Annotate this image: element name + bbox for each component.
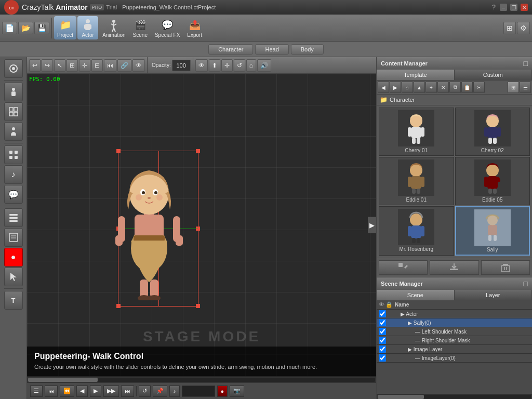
- scene-manager-close[interactable]: □: [524, 280, 528, 288]
- tab-custom[interactable]: Custom: [455, 70, 533, 80]
- settings-button[interactable]: ⚙: [517, 22, 530, 34]
- scroll-thumb[interactable]: [28, 378, 98, 382]
- timecode-input[interactable]: 000001: [182, 385, 215, 397]
- apps-button[interactable]: ⊞: [503, 22, 516, 34]
- sally-vis[interactable]: [388, 319, 397, 326]
- toolbar-scene[interactable]: 🎬 Scene: [130, 16, 151, 39]
- char-delete-btn[interactable]: [481, 260, 530, 275]
- char-item-cherry01[interactable]: Cherry 01: [379, 108, 454, 156]
- sidebar-script-btn[interactable]: [4, 228, 23, 247]
- bone-tool[interactable]: ✛: [79, 59, 90, 72]
- sidebar-pointer-btn[interactable]: [4, 268, 23, 286]
- char-item-sally[interactable]: Sally: [455, 206, 530, 256]
- up-tool[interactable]: ⬆: [209, 59, 220, 72]
- tl-end-btn[interactable]: ⏭: [121, 385, 134, 397]
- new-button[interactable]: 📄: [2, 22, 17, 34]
- char-item-cherry02[interactable]: Cherry 02: [455, 108, 530, 156]
- tl-rewind-btn[interactable]: ⏮: [45, 385, 58, 397]
- help-button[interactable]: ?: [492, 4, 496, 11]
- sidebar-speech-btn[interactable]: 💬: [4, 185, 23, 204]
- sidebar-list-btn[interactable]: [4, 208, 23, 227]
- rshoulder-vis[interactable]: [388, 337, 397, 344]
- handle-br[interactable]: [196, 304, 200, 308]
- move-tool[interactable]: ✛: [221, 59, 233, 72]
- undo-button[interactable]: ↩: [29, 59, 41, 72]
- rshoulder-checkbox[interactable]: [379, 337, 386, 344]
- lshoulder-vis[interactable]: [388, 328, 397, 335]
- select-tool[interactable]: ↖: [54, 59, 65, 72]
- char-item-eddie05[interactable]: Eddie 05: [455, 157, 530, 205]
- scene-row-imagelayer0[interactable]: — ImageLayer(0): [377, 354, 532, 363]
- magnet-tool[interactable]: ⊟: [91, 59, 103, 72]
- imagelayer-checkbox[interactable]: [379, 345, 386, 353]
- audio-tool[interactable]: 🔊: [257, 59, 271, 72]
- scene-row-lshoulder[interactable]: — Left Shoulder Mask: [377, 327, 532, 336]
- ct-paste-btn[interactable]: 📋: [461, 82, 473, 93]
- tl-music-btn[interactable]: ♪: [169, 385, 180, 397]
- tl-play-btn[interactable]: ▶: [90, 385, 101, 397]
- ct-grid-btn[interactable]: ⊞: [508, 82, 519, 93]
- character-tree[interactable]: 📁 Character: [377, 95, 532, 105]
- opacity-input[interactable]: [172, 60, 191, 71]
- imagelayer-vis[interactable]: [388, 345, 397, 353]
- close-button[interactable]: ✕: [521, 4, 528, 11]
- actor-checkbox[interactable]: [379, 310, 386, 317]
- ct-up-btn[interactable]: ▲: [414, 82, 425, 93]
- tl-pin-btn[interactable]: 📌: [153, 385, 167, 397]
- sidebar-color-btn[interactable]: ●: [4, 248, 23, 267]
- scene-tab-layer[interactable]: Layer: [455, 290, 533, 300]
- scene-tab-scene[interactable]: Scene: [377, 290, 455, 300]
- sidebar-select-btn[interactable]: [4, 59, 23, 78]
- ct-back-btn[interactable]: ◀: [378, 82, 389, 93]
- char-import-btn[interactable]: [430, 260, 478, 275]
- link-tool[interactable]: 🔗: [117, 59, 131, 72]
- tl-prev-frame-btn[interactable]: ◀: [76, 385, 88, 397]
- redo-button[interactable]: ↪: [42, 59, 53, 72]
- scene-h-scrollbar[interactable]: [377, 394, 532, 399]
- char-item-rosenberg[interactable]: Mr. Rosenberg: [379, 206, 454, 256]
- tl-loop-btn[interactable]: ↺: [139, 385, 151, 397]
- tl-rec-btn[interactable]: ●: [217, 385, 228, 397]
- scroll-track[interactable]: [28, 378, 375, 382]
- toolbar-specialfx[interactable]: 💬 Special FX: [152, 16, 183, 39]
- char-apply-btn[interactable]: [379, 260, 428, 275]
- tl-prev-btn[interactable]: ⏪: [60, 385, 74, 397]
- open-button[interactable]: 📂: [18, 22, 33, 34]
- tl-menu-btn[interactable]: ☰: [30, 385, 43, 397]
- ct-home-btn[interactable]: ⌂: [402, 82, 413, 93]
- ct-cut-btn[interactable]: ✂: [473, 82, 485, 93]
- tl-export-btn[interactable]: 📷: [230, 385, 244, 397]
- lshoulder-checkbox[interactable]: [379, 328, 386, 335]
- sidebar-person-btn[interactable]: [4, 122, 23, 141]
- visible-tool[interactable]: 👁: [195, 59, 208, 72]
- ct-del-btn[interactable]: ✕: [437, 82, 449, 93]
- subtab-body[interactable]: Body: [291, 44, 324, 55]
- subtab-head[interactable]: Head: [255, 44, 288, 55]
- character-container[interactable]: [97, 134, 201, 300]
- actor-vis[interactable]: [388, 310, 397, 317]
- eye-tool[interactable]: 👁: [132, 59, 145, 72]
- sidebar-grid-btn[interactable]: [4, 145, 23, 164]
- sally-checkbox[interactable]: [379, 319, 386, 326]
- scene-row-imagelayer[interactable]: ▶ Image Layer: [377, 345, 532, 354]
- ct-new-btn[interactable]: +: [425, 82, 437, 93]
- transform-tool[interactable]: ⊞: [66, 59, 78, 72]
- next-frame[interactable]: ⏮: [104, 59, 116, 72]
- sidebar-transform-btn[interactable]: [4, 102, 23, 121]
- arrow-right-button[interactable]: ▶: [368, 217, 376, 233]
- char-item-eddie01[interactable]: Eddie 01: [379, 157, 454, 205]
- toolbar-export[interactable]: 📤 Export: [184, 16, 205, 39]
- scene-scroll-track[interactable]: [378, 395, 531, 399]
- imagelayer0-vis[interactable]: [388, 354, 397, 362]
- save-button[interactable]: 💾: [34, 22, 49, 34]
- tab-template[interactable]: Template: [377, 70, 455, 80]
- content-manager-close[interactable]: □: [524, 59, 528, 68]
- refresh-tool[interactable]: ↺: [234, 59, 245, 72]
- maximize-button[interactable]: ❐: [510, 4, 517, 11]
- imagelayer0-checkbox[interactable]: [379, 354, 386, 362]
- scene-row-actor[interactable]: ▶ Actor: [377, 310, 532, 318]
- ct-list-btn[interactable]: ☰: [520, 82, 531, 93]
- ct-forward-btn[interactable]: ▶: [390, 82, 401, 93]
- home-tool[interactable]: ⌂: [246, 59, 256, 72]
- scene-row-sally[interactable]: ▶ Sally(0): [377, 318, 532, 327]
